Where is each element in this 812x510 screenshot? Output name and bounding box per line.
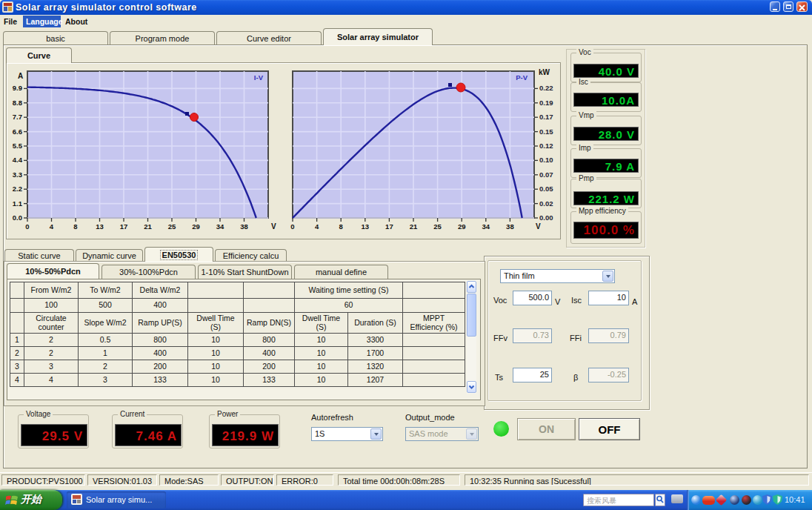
svg-text:0.19: 0.19: [539, 99, 553, 107]
svg-text:A: A: [18, 72, 23, 80]
svg-text:3.3: 3.3: [13, 170, 22, 179]
svg-text:0.12: 0.12: [539, 142, 553, 150]
svg-text:2.2: 2.2: [13, 185, 22, 193]
svg-text:0.05: 0.05: [539, 185, 553, 193]
svg-text:0.0: 0.0: [13, 213, 22, 222]
svg-text:0: 0: [25, 222, 29, 231]
svg-text:1.1: 1.1: [13, 199, 23, 208]
svg-text:8: 8: [339, 222, 343, 231]
svg-text:17: 17: [120, 222, 128, 231]
svg-text:34: 34: [216, 222, 224, 231]
svg-text:38: 38: [240, 222, 248, 231]
svg-text:0.07: 0.07: [539, 170, 553, 179]
svg-text:29: 29: [458, 222, 466, 231]
svg-text:4: 4: [315, 222, 319, 231]
svg-text:25: 25: [433, 222, 442, 231]
svg-text:0.17: 0.17: [539, 113, 553, 121]
svg-text:13: 13: [96, 222, 104, 231]
svg-text:0.15: 0.15: [539, 128, 553, 136]
svg-text:17: 17: [385, 222, 393, 231]
svg-text:9.9: 9.9: [13, 84, 22, 92]
svg-text:8: 8: [73, 222, 77, 231]
svg-text:V: V: [536, 222, 541, 231]
svg-text:0.10: 0.10: [539, 156, 553, 164]
svg-text:0.02: 0.02: [539, 199, 553, 208]
svg-text:kW: kW: [539, 68, 550, 76]
svg-text:0: 0: [290, 222, 294, 231]
svg-text:P-V: P-V: [516, 73, 528, 82]
svg-text:8.8: 8.8: [13, 99, 22, 107]
svg-text:4: 4: [50, 222, 54, 231]
svg-text:I-V: I-V: [254, 73, 264, 82]
svg-text:21: 21: [410, 222, 418, 231]
svg-text:21: 21: [144, 222, 152, 231]
svg-text:6.6: 6.6: [13, 128, 22, 136]
svg-text:29: 29: [192, 222, 200, 231]
svg-text:38: 38: [506, 222, 514, 231]
svg-text:V: V: [271, 222, 276, 231]
svg-text:25: 25: [168, 222, 176, 231]
svg-text:4.4: 4.4: [13, 156, 23, 164]
svg-text:5.5: 5.5: [13, 142, 23, 150]
svg-text:13: 13: [362, 222, 370, 231]
svg-text:0.22: 0.22: [539, 84, 553, 92]
svg-text:34: 34: [482, 222, 490, 231]
svg-text:0.00: 0.00: [539, 213, 553, 222]
svg-text:7.7: 7.7: [13, 113, 22, 121]
